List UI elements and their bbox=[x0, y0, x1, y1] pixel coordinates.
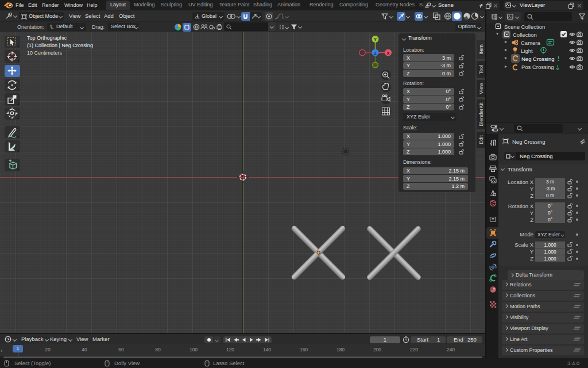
svg-text:X: X bbox=[386, 51, 390, 56]
svg-text:Z: Z bbox=[374, 51, 377, 56]
svg-text:Y: Y bbox=[374, 37, 377, 42]
